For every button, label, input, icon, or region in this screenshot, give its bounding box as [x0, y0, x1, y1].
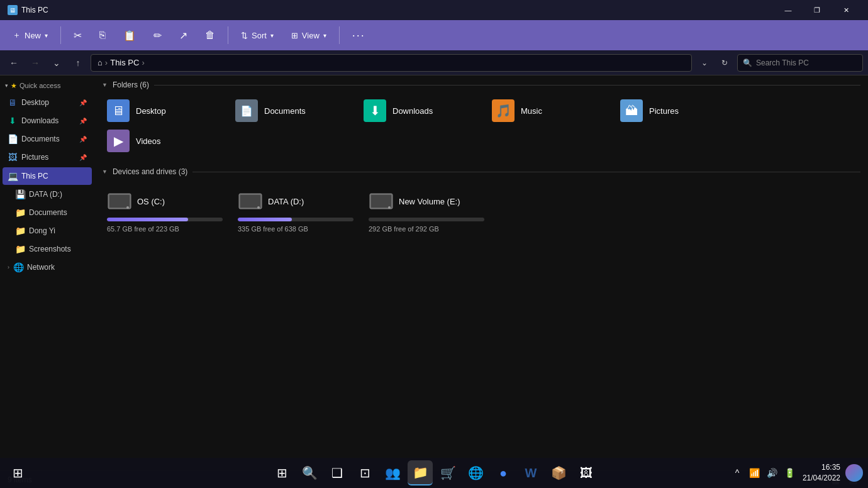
copy-button[interactable]: ⎘: [92, 24, 113, 47]
taskbar-widgets-button[interactable]: ⊡: [352, 460, 377, 485]
documents2-label: Documents: [29, 208, 67, 217]
tray-chevron-button[interactable]: ^: [730, 460, 745, 485]
taskbar-avatar[interactable]: [845, 464, 863, 482]
sidebar-item-pictures[interactable]: 🖼 Pictures 📌: [3, 148, 92, 166]
close-button[interactable]: ✕: [832, 0, 860, 20]
rename-icon: ✏: [153, 30, 162, 42]
sort-label: Sort: [252, 31, 267, 40]
taskbar-edge-button[interactable]: 🌐: [463, 460, 488, 485]
quick-access-label: Quick access: [19, 82, 60, 89]
taskbar-center: ⊞ 🔍 ❑ ⊡ 👥 📁 🛒 🌐 ● W 📦 🖼: [269, 460, 599, 485]
drive-item-os-c[interactable]: OS (C:) 65.7 GB free of 223 GB: [102, 184, 228, 238]
screenshots-label: Screenshots: [29, 245, 71, 253]
drive-data-d-icon: [238, 189, 263, 214]
folders-section-header: Folders (6): [102, 80, 860, 89]
sidebar-item-documents[interactable]: 📄 Documents 📌: [3, 130, 92, 148]
drive-item-data-d[interactable]: DATA (D:) 335 GB free of 638 GB: [233, 184, 359, 238]
paste-button[interactable]: 📋: [116, 24, 143, 47]
recent-locations-button[interactable]: ⌄: [48, 54, 65, 72]
svg-rect-4: [240, 195, 260, 208]
taskbar-store-button[interactable]: 🛒: [435, 460, 460, 485]
taskbar-date-display: 21/04/2022: [803, 473, 840, 484]
sort-chevron-icon: ▾: [270, 32, 274, 39]
share-button[interactable]: ↗: [172, 24, 195, 47]
taskbar-search-button[interactable]: 🔍: [297, 460, 322, 485]
sidebar-item-screenshots[interactable]: 📁 Screenshots: [3, 240, 92, 258]
sort-icon: ⇅: [241, 31, 248, 40]
quick-access-toggle[interactable]: ▾ ★ Quick access: [0, 78, 94, 93]
sort-button[interactable]: ⇅ Sort ▾: [233, 24, 281, 47]
refresh-button[interactable]: ↻: [716, 54, 733, 72]
drive-data-d-info: DATA (D:): [268, 197, 353, 206]
maximize-button[interactable]: ❐: [803, 0, 832, 20]
quick-access-arrow-icon: ▾: [5, 82, 8, 89]
network-label: Network: [27, 263, 55, 272]
address-dropdown-button[interactable]: ⌄: [696, 54, 713, 72]
delete-button[interactable]: 🗑: [198, 24, 223, 47]
sidebar-item-desktop[interactable]: 🖥 Desktop 📌: [3, 94, 92, 111]
taskbar-teams-button[interactable]: 👥: [380, 460, 405, 485]
cut-button[interactable]: ✂: [66, 24, 89, 47]
sidebar-item-network[interactable]: › 🌐 Network: [3, 258, 92, 276]
desktop-folder-name: Desktop: [136, 106, 166, 116]
svg-rect-7: [371, 195, 391, 208]
videos-folder-name: Videos: [136, 136, 161, 146]
sidebar-item-downloads[interactable]: ⬇ Downloads 📌: [3, 112, 92, 130]
drive-item-new-vol-e[interactable]: New Volume (E:) 292 GB free of 292 GB: [364, 184, 489, 238]
folder-item-downloads[interactable]: ⬇ Downloads: [359, 97, 484, 125]
folders-section-line: [154, 85, 860, 86]
minimize-button[interactable]: —: [774, 0, 803, 20]
desktop-pin-icon: 📌: [79, 99, 87, 106]
dong-yi-label: Dong Yi: [29, 226, 55, 235]
drive-os-c-name: OS (C:): [137, 197, 223, 206]
taskbar-app7-button[interactable]: 📦: [546, 460, 571, 485]
forward-button[interactable]: →: [26, 54, 44, 72]
taskbar-task-view-button[interactable]: ❑: [325, 460, 350, 485]
up-button[interactable]: ↑: [69, 54, 87, 72]
taskbar-chrome-button[interactable]: ●: [491, 460, 516, 485]
drive-os-c-icon: [107, 189, 132, 214]
more-button[interactable]: ···: [345, 24, 373, 47]
sidebar-item-this-pc[interactable]: 💻 This PC: [3, 167, 92, 185]
taskbar-word-button[interactable]: W: [518, 460, 543, 485]
folder-item-videos[interactable]: ▶ Videos: [102, 127, 228, 155]
rename-button[interactable]: ✏: [146, 24, 169, 47]
new-button[interactable]: ＋ New ▾: [5, 24, 55, 47]
sidebar-item-documents2[interactable]: 📁 Documents: [3, 204, 92, 221]
search-box[interactable]: 🔍 Search This PC: [737, 54, 863, 72]
tray-network-icon[interactable]: 📶: [747, 460, 762, 485]
taskbar-clock[interactable]: 16:35 21/04/2022: [803, 462, 840, 484]
drive-data-d-progress-fill: [238, 218, 292, 221]
tray-volume-icon[interactable]: 🔊: [765, 460, 780, 485]
documents2-icon: 📁: [15, 208, 25, 218]
folder-item-music[interactable]: 🎵 Music: [487, 97, 613, 125]
path-home-icon: ⌂: [97, 58, 103, 67]
drive-new-vol-e-name: New Volume (E:): [399, 197, 484, 206]
view-icon: ⊞: [291, 31, 298, 40]
taskbar-photos-button[interactable]: 🖼: [574, 460, 599, 485]
copy-icon: ⎘: [99, 30, 106, 41]
folder-item-documents[interactable]: 📄 Documents: [230, 97, 356, 125]
folder-item-pictures[interactable]: 🏔 Pictures: [615, 97, 741, 125]
sidebar: ▾ ★ Quick access 🖥 Desktop 📌 ⬇ Downloads…: [0, 75, 94, 470]
drive-data-d-space: 335 GB free of 638 GB: [238, 225, 353, 233]
share-icon: ↗: [179, 30, 187, 42]
view-button[interactable]: ⊞ View ▾: [284, 24, 334, 47]
dong-yi-icon: 📁: [15, 226, 25, 236]
sidebar-item-data-d[interactable]: 💾 DATA (D:): [3, 186, 92, 203]
sidebar-item-dong-yi[interactable]: 📁 Dong Yi: [3, 222, 92, 240]
this-pc-label: This PC: [21, 172, 48, 180]
back-button[interactable]: ←: [5, 54, 23, 72]
taskbar-start-button[interactable]: ⊞: [5, 460, 30, 485]
taskbar-start-center-button[interactable]: ⊞: [269, 460, 294, 485]
address-path[interactable]: ⌂ › This PC ›: [91, 54, 692, 72]
desktop-folder-icon: 🖥: [107, 99, 130, 122]
address-bar: ← → ⌄ ↑ ⌂ › This PC › ⌄ ↻ 🔍 Search This …: [0, 50, 868, 75]
drive-new-vol-e-info: New Volume (E:): [399, 197, 484, 206]
folder-item-desktop[interactable]: 🖥 Desktop: [102, 97, 228, 125]
search-placeholder: Search This PC: [756, 58, 809, 67]
taskbar-file-explorer-button[interactable]: 📁: [408, 460, 433, 485]
drive-os-c-progress-fill: [107, 218, 188, 221]
title-text: This PC: [21, 6, 48, 14]
tray-battery-icon[interactable]: 🔋: [782, 460, 798, 485]
